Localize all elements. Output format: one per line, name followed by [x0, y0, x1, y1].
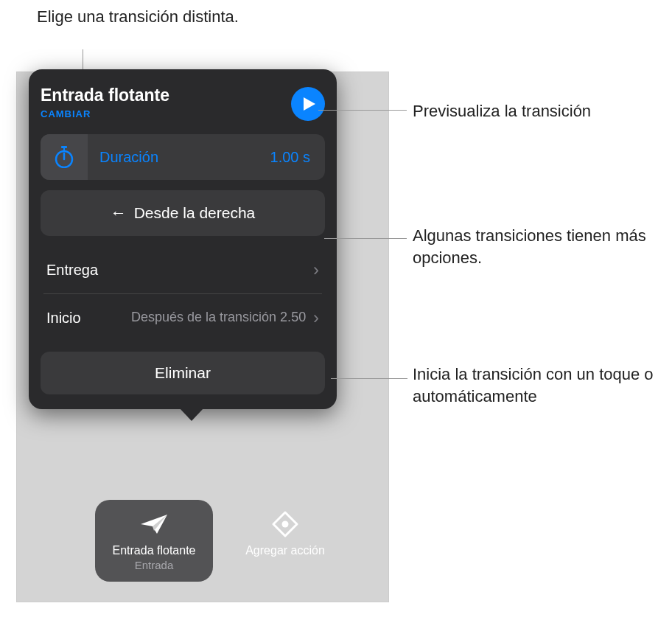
- change-button[interactable]: CAMBIAR: [41, 108, 169, 119]
- popover-header-left: Entrada flotante CAMBIAR: [41, 86, 169, 119]
- bottom-actions: Entrada flotante Entrada Agregar acción: [95, 500, 344, 582]
- action-diamond-icon: [272, 511, 298, 537]
- chip-title: Entrada flotante: [113, 544, 196, 557]
- direction-label: Desde la derecha: [134, 204, 256, 222]
- preview-play-button[interactable]: [291, 87, 325, 121]
- callout-line: [324, 238, 407, 239]
- callout-options: Algunas transiciones tienen más opciones…: [413, 225, 648, 268]
- chevron-right-icon: ›: [313, 307, 319, 328]
- callout-start: Inicia la transición con un toque o auto…: [413, 363, 663, 407]
- delivery-label: Entrega: [46, 262, 131, 279]
- chip-subtitle: Entrada: [135, 559, 174, 571]
- svg-rect-0: [61, 146, 67, 148]
- svg-point-4: [282, 521, 289, 528]
- build-in-chip[interactable]: Entrada flotante Entrada: [95, 500, 213, 582]
- delete-button[interactable]: Eliminar: [41, 352, 325, 394]
- add-action-chip[interactable]: Agregar acción: [226, 500, 344, 582]
- duration-label: Duración: [99, 149, 270, 166]
- popover-tail: [180, 408, 203, 421]
- transition-title: Entrada flotante: [41, 86, 169, 105]
- transition-popover: Entrada flotante CAMBIAR Duración 1.00 s…: [29, 69, 337, 409]
- popover-header: Entrada flotante CAMBIAR: [41, 86, 325, 121]
- chip-title: Agregar acción: [245, 544, 325, 557]
- direction-button[interactable]: ← Desde la derecha: [41, 190, 325, 236]
- chip-icon: [272, 510, 298, 538]
- start-row[interactable]: Inicio Después de la transición 2.50 ›: [41, 294, 325, 341]
- start-label: Inicio: [46, 310, 131, 327]
- callout-line: [318, 110, 407, 111]
- delivery-row[interactable]: Entrega ›: [41, 246, 325, 293]
- callout-preview: Previsualiza la transición: [413, 100, 591, 122]
- callout-line: [331, 378, 407, 379]
- play-icon: [303, 97, 316, 111]
- stopwatch-icon: [54, 146, 74, 168]
- arrow-left-icon: ←: [111, 203, 127, 223]
- chip-icon: [139, 510, 169, 538]
- chevron-right-icon: ›: [313, 260, 319, 280]
- paper-plane-icon: [139, 513, 169, 535]
- duration-value: 1.00 s: [270, 149, 310, 166]
- duration-icon-zone: [41, 134, 88, 180]
- callout-change-transition: Elige una transición distinta.: [37, 7, 239, 28]
- start-value: Después de la transición 2.50: [131, 309, 313, 326]
- app-frame: Entrada flotante CAMBIAR Duración 1.00 s…: [16, 72, 389, 602]
- duration-control[interactable]: Duración 1.00 s: [41, 134, 325, 180]
